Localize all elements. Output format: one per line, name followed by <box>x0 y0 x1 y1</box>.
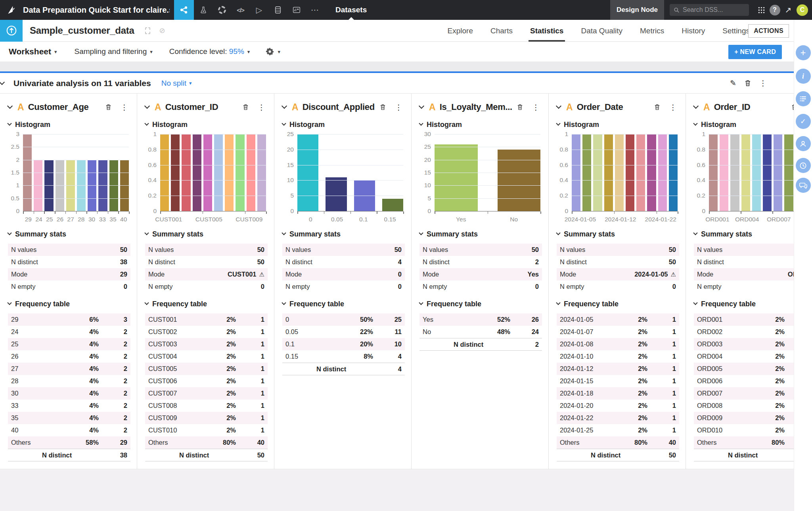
info-panel-icon[interactable]: i <box>796 69 811 84</box>
search-input[interactable]: Search DSS... <box>670 4 749 16</box>
nav-datasets[interactable]: Datasets <box>329 0 373 20</box>
histogram-bar[interactable] <box>225 134 234 211</box>
card-title[interactable]: Customer_ID <box>165 102 242 112</box>
summary-section-toggle[interactable]: Summary stats <box>145 229 268 240</box>
histogram-bar[interactable] <box>626 134 634 211</box>
kebab-menu-icon[interactable]: ⋮ <box>759 79 767 88</box>
help-icon[interactable]: ? <box>768 0 781 20</box>
chevron-down-icon[interactable] <box>7 103 13 109</box>
details-list-icon[interactable] <box>796 91 811 106</box>
trash-icon[interactable] <box>744 79 751 87</box>
chevron-down-icon[interactable] <box>282 103 287 109</box>
frequency-section-toggle[interactable]: Frequency table <box>145 298 268 309</box>
confidence-menu[interactable]: Confidence level: 95% ▾ <box>153 47 250 56</box>
chevron-down-icon[interactable] <box>419 103 424 109</box>
histogram-bar[interactable] <box>382 199 403 211</box>
chevron-down-icon[interactable] <box>556 103 561 109</box>
kebab-menu-icon[interactable]: ⋮ <box>258 103 265 112</box>
frequency-section-toggle[interactable]: Frequency table <box>8 298 130 309</box>
histogram-bar[interactable] <box>326 177 347 211</box>
frequency-section-toggle[interactable]: Frequency table <box>557 298 679 309</box>
trash-icon[interactable] <box>517 104 523 111</box>
trash-icon[interactable] <box>654 104 661 111</box>
trash-icon[interactable] <box>105 104 112 111</box>
histogram-bar[interactable] <box>647 134 656 211</box>
worksheet-settings-menu[interactable]: ▾ <box>266 47 280 56</box>
more-icon[interactable]: ⋯ <box>306 0 324 20</box>
histogram-bar[interactable] <box>257 134 266 211</box>
histogram-section-toggle[interactable]: Histogram <box>8 119 130 130</box>
histogram-bar[interactable] <box>582 134 591 211</box>
histogram-bar[interactable] <box>193 134 201 211</box>
design-node-button[interactable]: Design Node <box>610 0 664 20</box>
play-icon[interactable]: ▷ <box>250 0 268 20</box>
histogram-bar[interactable] <box>160 134 169 211</box>
tab-metrics[interactable]: Metrics <box>631 20 673 42</box>
card-title[interactable]: Discount_Applied <box>303 102 379 112</box>
lab-flask-icon[interactable] <box>194 0 213 20</box>
histogram-section-toggle[interactable]: Histogram <box>557 119 679 130</box>
histogram-bar[interactable] <box>572 134 580 211</box>
histogram-bar[interactable] <box>752 134 761 211</box>
lifering-icon[interactable] <box>213 0 231 20</box>
kebab-menu-icon[interactable]: ⋮ <box>121 103 128 112</box>
card-title[interactable]: Customer_Age <box>28 102 105 112</box>
histogram-bar[interactable] <box>604 134 613 211</box>
histogram-bar[interactable] <box>203 134 212 211</box>
histogram-bar[interactable] <box>730 134 739 211</box>
tab-data-quality[interactable]: Data Quality <box>572 20 631 42</box>
split-selector[interactable]: No split ▾ <box>161 79 192 88</box>
actions-button[interactable]: ACTIONS <box>748 24 789 38</box>
kebab-menu-icon[interactable]: ⋮ <box>669 103 677 112</box>
dataiku-logo-icon[interactable] <box>0 0 23 20</box>
histogram-bar[interactable] <box>247 134 255 211</box>
tab-charts[interactable]: Charts <box>482 20 521 42</box>
histogram-bar[interactable] <box>669 134 678 211</box>
histogram-bar[interactable] <box>658 134 667 211</box>
frequency-section-toggle[interactable]: Frequency table <box>419 298 542 309</box>
histogram-bar[interactable] <box>297 134 318 211</box>
add-panel-icon[interactable]: + <box>796 45 811 60</box>
summary-section-toggle[interactable]: Summary stats <box>557 229 679 240</box>
code-icon[interactable]: </> <box>231 0 250 20</box>
summary-section-toggle[interactable]: Summary stats <box>8 229 130 240</box>
frequency-section-toggle[interactable]: Frequency table <box>282 298 405 309</box>
sampling-menu[interactable]: Sampling and filtering ▾ <box>57 47 153 56</box>
card-title[interactable]: Is_Loyalty_Mem... <box>440 102 517 112</box>
checklist-icon[interactable] <box>145 27 150 34</box>
card-title[interactable]: Order_Date <box>577 102 654 112</box>
project-title[interactable]: Data Preparation Quick Start for claire.… <box>23 6 170 15</box>
datasets-stack-icon[interactable] <box>268 0 287 20</box>
trash-icon[interactable] <box>242 104 249 111</box>
new-card-button[interactable]: + NEW CARD <box>728 45 782 59</box>
trash-icon[interactable] <box>379 104 386 111</box>
apps-grid-icon[interactable] <box>755 0 768 20</box>
histogram-bar[interactable] <box>182 134 190 211</box>
tab-explore[interactable]: Explore <box>439 20 482 42</box>
histogram-bar[interactable] <box>214 134 223 211</box>
histogram-bar[interactable] <box>774 134 782 211</box>
tab-history[interactable]: History <box>673 20 714 42</box>
histogram-bar[interactable] <box>593 134 602 211</box>
histogram-bar[interactable] <box>709 134 718 211</box>
histogram-bar[interactable] <box>784 134 793 211</box>
histogram-bar[interactable] <box>615 134 624 211</box>
edit-pencil-icon[interactable]: ✎ <box>730 79 736 88</box>
tab-statistics[interactable]: Statistics <box>521 20 572 42</box>
dashboard-card-icon[interactable] <box>287 0 306 20</box>
histogram-bar[interactable] <box>763 134 772 211</box>
histogram-bar[interactable] <box>720 134 728 211</box>
discussions-chat-icon[interactable] <box>796 178 811 193</box>
timeline-clock-icon[interactable] <box>796 158 811 173</box>
histogram-section-toggle[interactable]: Histogram <box>419 119 542 130</box>
histogram-bar[interactable] <box>741 134 750 211</box>
worksheet-menu[interactable]: Worksheet ▾ <box>0 47 57 56</box>
kebab-menu-icon[interactable]: ⋮ <box>532 103 540 112</box>
kebab-menu-icon[interactable]: ⋮ <box>395 103 402 112</box>
histogram-bar[interactable] <box>435 144 478 211</box>
trend-arrow-icon[interactable]: ↗ <box>781 0 795 20</box>
histogram-section-toggle[interactable]: Histogram <box>145 119 268 130</box>
histogram-bar[interactable] <box>636 134 645 211</box>
histogram-bar[interactable] <box>171 134 180 211</box>
chevron-down-icon[interactable] <box>144 103 150 109</box>
